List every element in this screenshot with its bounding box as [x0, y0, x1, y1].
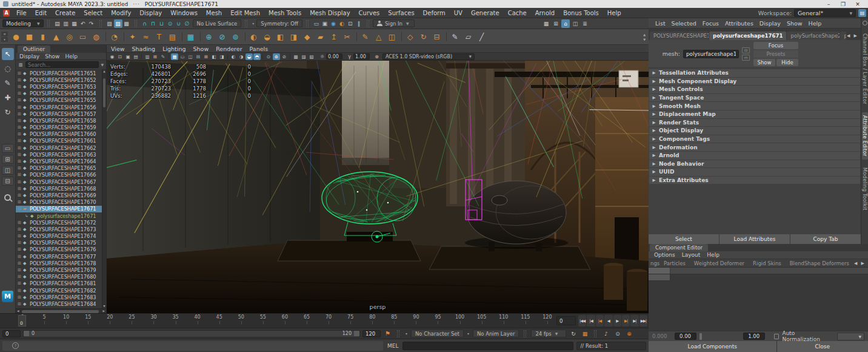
scrollbar-thumb[interactable] [103, 78, 105, 107]
hide-button[interactable]: Hide [776, 59, 798, 66]
menu-item[interactable]: Options [654, 252, 675, 258]
layout-persp-graph-button[interactable]: ⊟ [2, 177, 14, 186]
separate-icon[interactable]: ◧ [275, 31, 286, 42]
mel-toggle-button[interactable]: MEL [386, 343, 399, 349]
menu-item[interactable]: Surfaces [384, 10, 418, 16]
attribute-section-header[interactable]: ▶ Displacement Map [649, 110, 860, 118]
outliner-row[interactable]: POLYSURFACESHAPE17674 [16, 233, 106, 240]
gamma-icon[interactable]: γ [346, 54, 353, 59]
ipr-render-icon[interactable]: ◉ [329, 19, 338, 28]
lasso-select-tool[interactable]: ◌ [2, 63, 14, 75]
lock-camera-icon[interactable]: ⊡ [116, 53, 124, 60]
expand-toggle-icon[interactable] [18, 274, 23, 279]
filter-icon[interactable]: ▥ [18, 62, 24, 68]
hypershade-icon[interactable]: ⊡ [346, 19, 355, 28]
menu-item[interactable]: Renderer [216, 46, 242, 52]
ep-curve-icon[interactable]: ≈ [140, 31, 152, 42]
menu-item[interactable]: Modify [107, 10, 135, 16]
tab-channel-box-layer-editor[interactable]: Channel Box / Layer Editor [862, 30, 868, 107]
slider-low-field[interactable] [675, 333, 696, 340]
expand-toggle-icon[interactable] [18, 91, 23, 96]
menu-item[interactable]: Bonus Tools [559, 10, 603, 16]
boolean-union-icon[interactable]: ◐ [248, 31, 259, 42]
menu-item[interactable]: Edit [31, 10, 51, 16]
expand-toggle-icon[interactable] [18, 247, 23, 252]
move-tool[interactable]: ✚ [2, 92, 14, 104]
expand-toggle-icon[interactable] [18, 234, 23, 239]
snap-projected-center-icon[interactable]: ⊙ [166, 19, 175, 28]
attribute-section-header[interactable]: ▶ Object Display [649, 127, 860, 135]
expand-toggle-icon[interactable] [18, 220, 23, 225]
attribute-section-header[interactable]: ▶ Smooth Mesh [649, 102, 860, 110]
poly-cone-icon[interactable]: ▲ [50, 31, 62, 42]
outliner-row[interactable]: POLYSURFACESHAPE17654 [16, 90, 106, 97]
attribute-editor-button[interactable]: Copy Tab [790, 234, 861, 244]
outliner-row[interactable]: POLYSURFACESHAPE17655 [16, 97, 106, 104]
fps-dropdown[interactable]: 24 fps▼ [531, 330, 566, 337]
component-editor-tab[interactable]: Component Editor [650, 244, 708, 251]
menu-item[interactable]: List [655, 20, 666, 27]
snap-point-icon[interactable]: ⊔ [158, 19, 166, 28]
expand-toggle-icon[interactable] [18, 227, 23, 232]
symmetrize-icon[interactable]: ⊟ [431, 31, 442, 42]
weight-slider-handle[interactable] [699, 333, 703, 340]
outliner-row[interactable]: POLYSURFACESHAPE17651 [16, 70, 106, 76]
menu-item[interactable]: Help [809, 20, 822, 27]
open-render-view-icon[interactable]: ▭ [312, 19, 321, 28]
multi-cut-icon[interactable]: ✂ [341, 31, 353, 42]
menu-item[interactable]: Help [65, 53, 78, 59]
outliner-row[interactable]: POLYSURFACESHAPE17671 [16, 206, 106, 212]
outliner-row[interactable]: POLYSURFACESHAPE17658 [16, 117, 106, 124]
component-tab[interactable]: Weighted Deformer [690, 260, 749, 266]
sculpt-tool-icon[interactable]: ✦ [127, 31, 138, 42]
outliner-row[interactable]: POLYSURFACESHAPE17675 [16, 240, 106, 246]
shelf-scroll-arrows[interactable]: ▲▼ [643, 33, 646, 41]
poly-plane-icon[interactable]: ▭ [77, 31, 88, 42]
select-hierarchy-icon[interactable]: ▧ [105, 19, 114, 28]
tab-modeling-toolkit[interactable]: Modeling Toolkit [862, 164, 868, 214]
expand-toggle-icon[interactable] [18, 295, 23, 300]
tab-attribute-editor[interactable]: Attribute Editor [862, 112, 868, 160]
outliner-row[interactable]: POLYSURFACESHAPE17683 [16, 294, 106, 300]
go-to-start-button[interactable]: |◀◀ [578, 315, 586, 327]
construction-history-icon[interactable]: ▦ [542, 19, 550, 28]
bookmarks-icon[interactable]: ▤ [132, 53, 139, 60]
open-scene-icon[interactable]: ▥ [62, 19, 70, 28]
menu-item[interactable]: View [111, 46, 125, 52]
expand-toggle-icon[interactable] [18, 186, 23, 191]
layout-persp-outliner-button[interactable]: ◫ [2, 166, 14, 175]
outliner-vertical-scrollbar[interactable]: ▲▼ [102, 69, 106, 308]
menu-item[interactable]: Display [19, 53, 39, 59]
measure-tool-icon[interactable]: ▱ [462, 31, 474, 42]
component-spreadsheet[interactable] [649, 268, 868, 331]
select-object-icon[interactable]: ▨ [114, 19, 122, 28]
grid-icon[interactable]: ▦ [171, 53, 178, 60]
safe-title-icon[interactable]: ◨ [218, 53, 225, 60]
poly-sphere-icon[interactable]: ● [10, 31, 22, 42]
colorspace-dropdown[interactable]: ACES 1.0 SDR-video (sRGB) ▼ [382, 53, 475, 60]
outliner-row[interactable]: POLYSURFACESHAPE17659 [16, 124, 106, 131]
menu-item[interactable]: Windows [166, 10, 202, 16]
select-camera-icon[interactable]: ◉ [109, 53, 116, 60]
poly-sphere-uv-icon[interactable]: ◔ [109, 31, 120, 42]
target-weld-icon[interactable]: △ [373, 31, 384, 42]
outliner-row[interactable]: POLYSURFACESHAPE17672 [16, 219, 106, 226]
expand-toggle-icon[interactable] [18, 193, 23, 198]
snap-curve-icon[interactable]: ⊓ [149, 19, 158, 28]
viewport-3d-view[interactable]: Verts: 170438 508 0 Edges: 426801 2696 0… [107, 61, 649, 313]
list-view-icon[interactable]: ≣ [581, 19, 589, 28]
outliner-row[interactable]: POLYSURFACESHAPE17662 [16, 144, 106, 151]
outliner-row[interactable]: POLYSURFACESHAPE17677 [16, 253, 106, 260]
joint-tool-icon[interactable]: ⊕ [203, 31, 215, 42]
pause-viewport-icon[interactable]: ∥ [355, 19, 363, 28]
expand-toggle-icon[interactable] [18, 105, 23, 110]
range-end-handle[interactable] [354, 331, 359, 336]
attribute-section-header[interactable]: ▶ Node Behavior [649, 160, 860, 168]
expand-toggle-icon[interactable] [18, 78, 23, 83]
resolution-gate-icon[interactable]: ◫ [187, 53, 194, 60]
outliner-row[interactable]: POLYSURFACESHAPE17673 [16, 226, 106, 232]
auto-keyframe-icon[interactable]: ⊕ [624, 330, 633, 337]
menu-item[interactable]: Help [707, 252, 719, 258]
expand-toggle-icon[interactable] [18, 112, 23, 117]
search-input[interactable] [25, 61, 99, 68]
